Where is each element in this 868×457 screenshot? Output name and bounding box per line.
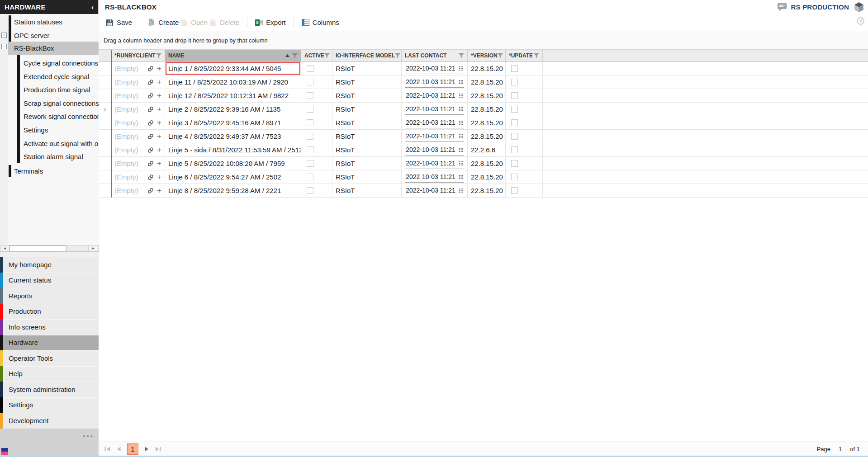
datetime-picker-icon[interactable] <box>459 80 463 84</box>
create-button[interactable]: Create <box>147 17 180 28</box>
runbyclient-cell[interactable]: (Empty)+ <box>111 89 165 103</box>
runbyclient-cell[interactable]: (Empty)+ <box>111 103 165 116</box>
runbyclient-cell[interactable]: (Empty)+ <box>111 116 165 130</box>
first-page-button[interactable] <box>104 447 110 452</box>
page-number[interactable]: 1 <box>839 446 842 452</box>
help-icon[interactable]: ? <box>857 17 864 25</box>
tree-item-terminals[interactable]: Terminals <box>0 165 99 178</box>
name-cell[interactable]: Linje 3 / 8/25/2022 9:45:16 AM / 8971 <box>165 116 301 130</box>
nav-item-help[interactable]: Help <box>0 366 99 382</box>
add-icon[interactable]: + <box>157 160 161 167</box>
table-row[interactable]: (Empty)+ Linje 8 / 8/25/2022 9:59:28 AM … <box>99 184 868 198</box>
filter-icon[interactable] <box>498 53 503 58</box>
update-checkbox[interactable] <box>511 92 518 99</box>
name-cell[interactable]: Linje 6 / 8/25/2022 9:54:27 AM / 2502 <box>165 170 301 184</box>
datetime-picker-icon[interactable] <box>459 94 463 98</box>
update-checkbox[interactable] <box>511 146 518 153</box>
tree-horizontal-scrollbar[interactable]: ◄ ► <box>0 245 99 252</box>
link-icon[interactable] <box>147 147 154 153</box>
link-icon[interactable] <box>147 120 154 126</box>
runbyclient-cell[interactable]: (Empty)+ <box>111 62 165 75</box>
link-icon[interactable] <box>147 93 154 99</box>
active-checkbox[interactable] <box>307 79 313 85</box>
runbyclient-cell[interactable]: (Empty)+ <box>111 143 165 157</box>
tree-item-production-time-signal[interactable]: Production time signal <box>0 83 99 96</box>
update-checkbox[interactable] <box>511 187 518 194</box>
header-update[interactable]: *UPDATE <box>506 50 543 62</box>
name-cell[interactable]: Linje 2 / 8/25/2022 9:39:16 AM / 1135 <box>165 103 301 116</box>
update-checkbox[interactable] <box>511 106 518 113</box>
update-checkbox[interactable] <box>511 133 518 140</box>
name-cell[interactable]: Linje 1 / 8/25/2022 9:33:44 AM / 5045 <box>165 62 301 75</box>
filter-icon[interactable] <box>459 53 464 58</box>
open-button[interactable]: Open <box>180 17 209 28</box>
update-checkbox[interactable] <box>511 79 518 85</box>
last-contact-input[interactable]: 2022-10-03 11:21 <box>405 90 464 101</box>
header-active[interactable]: ACTIVE <box>301 50 332 62</box>
filter-icon[interactable] <box>324 53 330 58</box>
header-name[interactable]: NAME <box>165 50 301 62</box>
add-icon[interactable]: + <box>157 105 161 113</box>
group-by-bar[interactable]: Drag a column header and drop it here to… <box>99 31 868 50</box>
add-icon[interactable]: + <box>157 65 161 72</box>
header-version[interactable]: *VERSION <box>468 50 506 62</box>
runbyclient-cell[interactable]: (Empty)+ <box>111 75 165 89</box>
scroll-left-icon[interactable]: ◄ <box>0 245 9 251</box>
nav-item-development[interactable]: Development <box>0 413 99 429</box>
add-icon[interactable]: + <box>157 173 161 181</box>
last-contact-input[interactable]: 2022-10-03 11:21 <box>405 131 464 142</box>
update-checkbox[interactable] <box>511 160 518 167</box>
active-checkbox[interactable] <box>307 133 313 140</box>
add-icon[interactable]: + <box>157 78 161 86</box>
export-button[interactable]: Export <box>254 17 286 28</box>
link-icon[interactable] <box>147 66 154 72</box>
tree-item-station-alarm-signal[interactable]: Station alarm signal <box>0 150 99 163</box>
last-page-button[interactable] <box>155 447 161 452</box>
nav-item-my-homepage[interactable]: My homepage <box>0 257 99 273</box>
tree-item-opc-server[interactable]: OPC server <box>0 29 99 42</box>
datetime-picker-icon[interactable] <box>459 161 463 165</box>
datetime-picker-icon[interactable] <box>459 107 463 111</box>
sidebar-collapse-icon[interactable]: ‹ <box>91 3 94 11</box>
tree-item-scrap-signal-connections[interactable]: Scrap signal connections <box>0 97 99 110</box>
active-checkbox[interactable] <box>307 187 313 194</box>
datetime-picker-icon[interactable] <box>459 148 463 152</box>
datetime-picker-icon[interactable] <box>459 134 463 138</box>
chat-icon[interactable] <box>778 3 787 11</box>
table-row[interactable]: › (Empty)+ Linje 2 / 8/25/2022 9:39:16 A… <box>99 103 868 116</box>
link-icon[interactable] <box>147 79 154 85</box>
active-checkbox[interactable] <box>307 174 313 180</box>
add-icon[interactable]: + <box>157 146 161 154</box>
name-cell[interactable]: Linje 5 - sida / 8/31/2022 11:53:59 AM /… <box>165 143 301 157</box>
nav-item-settings[interactable]: Settings <box>0 397 99 413</box>
language-flag-icon[interactable] <box>1 448 8 455</box>
datetime-picker-icon[interactable] <box>459 188 463 193</box>
current-page-button[interactable]: 1 <box>127 443 138 455</box>
add-icon[interactable]: + <box>157 132 161 140</box>
active-checkbox[interactable] <box>307 119 313 126</box>
add-icon[interactable]: + <box>157 92 161 99</box>
update-checkbox[interactable] <box>511 65 518 72</box>
nav-item-reports[interactable]: Reports <box>0 288 99 304</box>
last-contact-input[interactable]: 2022-10-03 11:21 <box>405 185 464 196</box>
table-row[interactable]: (Empty)+ Linje 4 / 8/25/2022 9:49:37 AM … <box>99 130 868 143</box>
add-icon[interactable]: + <box>157 119 161 127</box>
prev-page-button[interactable] <box>117 447 121 452</box>
nav-overflow-icon[interactable]: ••• <box>83 432 94 440</box>
update-checkbox[interactable] <box>511 174 518 180</box>
runbyclient-cell[interactable]: (Empty)+ <box>111 170 165 184</box>
header-last-contact[interactable]: LAST CONTACT <box>402 50 468 62</box>
table-row[interactable]: (Empty)+ Linje 6 / 8/25/2022 9:54:27 AM … <box>99 170 868 184</box>
sidebar-splitter[interactable]: ···· <box>0 252 99 257</box>
name-cell[interactable]: Linje 11 / 8/25/2022 10:03:19 AM / 2920 <box>165 75 301 89</box>
columns-button[interactable]: Columns <box>301 17 340 28</box>
active-checkbox[interactable] <box>307 65 313 72</box>
active-checkbox[interactable] <box>307 160 313 167</box>
last-contact-input[interactable]: 2022-10-03 11:21 <box>405 76 464 88</box>
tree-item-rs-blackbox[interactable]: RS-BlackBox <box>8 42 99 55</box>
datetime-picker-icon[interactable] <box>459 66 463 71</box>
filter-icon[interactable] <box>534 53 539 58</box>
table-row[interactable]: (Empty)+ Linje 12 / 8/25/2022 10:12:31 A… <box>99 89 868 103</box>
nav-item-hardware[interactable]: Hardware <box>0 335 99 351</box>
nav-item-production[interactable]: Production <box>0 304 99 320</box>
